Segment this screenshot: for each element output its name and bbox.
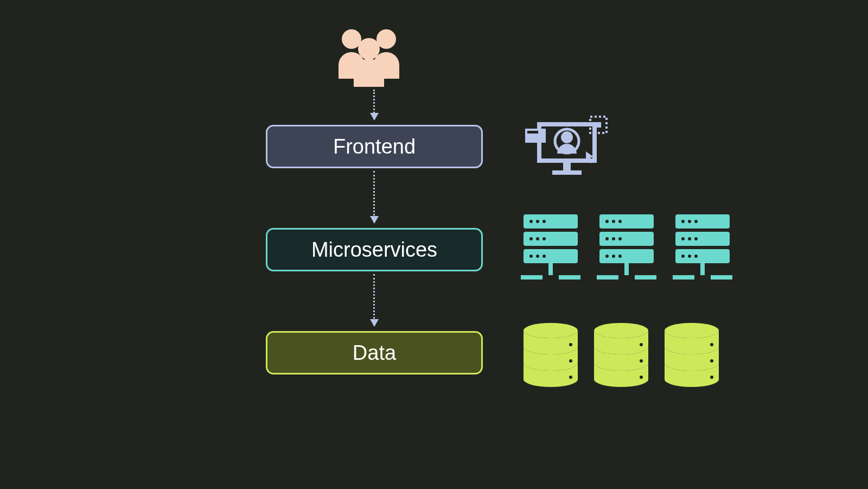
svg-point-44 xyxy=(681,220,685,223)
svg-rect-4 xyxy=(552,170,582,175)
svg-point-16 xyxy=(542,220,546,223)
architecture-diagram: Frontend xyxy=(0,0,868,489)
svg-point-15 xyxy=(536,220,539,223)
svg-point-35 xyxy=(605,255,609,258)
svg-point-63 xyxy=(640,376,643,379)
svg-point-22 xyxy=(542,255,546,258)
svg-rect-3 xyxy=(563,163,571,170)
arrow-microservices-to-data xyxy=(373,274,375,326)
svg-point-30 xyxy=(612,220,615,223)
svg-point-17 xyxy=(529,237,533,240)
svg-rect-53 xyxy=(700,263,705,275)
svg-rect-24 xyxy=(521,275,542,280)
svg-point-59 xyxy=(569,376,572,379)
svg-point-45 xyxy=(688,220,691,223)
svg-rect-54 xyxy=(673,275,694,280)
svg-point-62 xyxy=(640,359,643,363)
svg-point-47 xyxy=(681,237,685,240)
svg-rect-25 xyxy=(559,275,580,280)
svg-rect-55 xyxy=(711,275,732,280)
svg-point-33 xyxy=(612,237,615,240)
users-group-icon xyxy=(331,27,407,87)
ui-monitor-icon xyxy=(521,111,613,182)
layer-microservices: Microservices xyxy=(266,228,483,271)
svg-point-58 xyxy=(569,359,572,363)
layer-frontend-label: Frontend xyxy=(333,135,416,158)
svg-point-46 xyxy=(694,220,698,223)
svg-point-20 xyxy=(529,255,533,258)
svg-point-49 xyxy=(694,237,698,240)
svg-point-0 xyxy=(342,29,361,49)
arrow-users-to-frontend xyxy=(373,90,375,119)
svg-point-64 xyxy=(665,323,719,338)
svg-point-21 xyxy=(536,255,539,258)
svg-rect-39 xyxy=(597,275,618,280)
svg-rect-38 xyxy=(624,263,629,275)
svg-point-66 xyxy=(710,359,713,363)
svg-point-56 xyxy=(524,323,578,338)
layer-frontend: Frontend xyxy=(266,125,483,168)
database-icon xyxy=(521,323,580,390)
svg-rect-23 xyxy=(548,263,553,275)
svg-point-36 xyxy=(612,255,615,258)
layer-microservices-label: Microservices xyxy=(311,238,437,262)
svg-rect-10 xyxy=(596,122,601,128)
svg-rect-7 xyxy=(525,129,546,143)
svg-point-37 xyxy=(618,255,622,258)
svg-point-32 xyxy=(605,237,609,240)
svg-point-51 xyxy=(688,255,691,258)
svg-point-19 xyxy=(542,237,546,240)
svg-point-50 xyxy=(681,255,685,258)
svg-point-2 xyxy=(358,38,380,60)
svg-point-18 xyxy=(536,237,539,240)
database-icon xyxy=(591,323,651,390)
svg-point-48 xyxy=(688,237,691,240)
svg-rect-8 xyxy=(527,131,538,134)
database-icon xyxy=(662,323,722,390)
server-icon xyxy=(518,214,583,287)
svg-point-57 xyxy=(569,343,572,346)
layer-data: Data xyxy=(266,331,483,374)
svg-point-52 xyxy=(694,255,698,258)
svg-point-67 xyxy=(710,376,713,379)
svg-point-29 xyxy=(605,220,609,223)
svg-point-34 xyxy=(618,237,622,240)
svg-point-31 xyxy=(618,220,622,223)
svg-point-65 xyxy=(710,343,713,346)
layer-data-label: Data xyxy=(353,341,396,365)
svg-point-61 xyxy=(640,343,643,346)
svg-point-5 xyxy=(561,131,573,143)
arrow-frontend-to-microservices xyxy=(373,171,375,223)
server-icon xyxy=(670,214,735,287)
svg-point-1 xyxy=(376,29,396,49)
svg-point-60 xyxy=(594,323,648,338)
svg-point-14 xyxy=(529,220,533,223)
server-icon xyxy=(594,214,659,287)
svg-rect-40 xyxy=(635,275,656,280)
